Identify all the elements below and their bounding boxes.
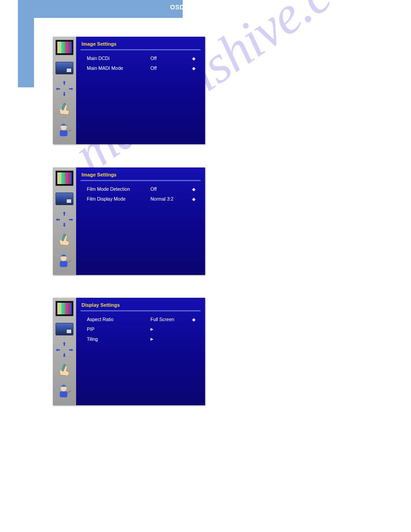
page-header-title: OSD Menu Function bbox=[170, 4, 234, 11]
menu-row-main-madi[interactable]: Main MADI Mode Off ◆ bbox=[81, 64, 201, 72]
svg-rect-11 bbox=[68, 390, 72, 394]
osd-sidebar: ⬆⬇⬅➡ bbox=[53, 37, 76, 144]
color-bars-icon[interactable] bbox=[54, 38, 75, 57]
osd-content: Display Settings Aspect Ratio Full Scree… bbox=[76, 298, 205, 405]
row-label: Film Mode Detection bbox=[87, 186, 150, 192]
svg-rect-10 bbox=[60, 391, 68, 397]
row-label: PIP bbox=[87, 326, 150, 332]
row-label: Tiling bbox=[87, 336, 150, 342]
osd-content: Image Settings Main DCDi Off ◆ Main MADI… bbox=[76, 37, 205, 144]
hand-icon[interactable] bbox=[54, 99, 75, 119]
row-label: Film Display Mode bbox=[87, 196, 150, 202]
row-value: Off bbox=[150, 65, 191, 71]
engineer-icon[interactable] bbox=[54, 381, 75, 401]
svg-rect-3 bbox=[68, 129, 72, 133]
updown-icon: ◆ bbox=[191, 187, 197, 192]
updown-icon: ◆ bbox=[191, 197, 197, 202]
osd-panel-display-settings: ⬆⬇⬅➡ Display Settings Aspect Ratio Full … bbox=[53, 298, 205, 405]
engineer-icon[interactable] bbox=[54, 120, 75, 140]
arrows-icon[interactable]: ⬆⬇⬅➡ bbox=[54, 210, 75, 229]
row-label: Main DCDi bbox=[87, 56, 150, 61]
monitor-icon[interactable] bbox=[54, 189, 75, 209]
hand-icon[interactable] bbox=[54, 360, 75, 380]
osd-title: Display Settings bbox=[81, 300, 201, 310]
row-label: Main MADI Mode bbox=[87, 65, 150, 71]
svg-rect-6 bbox=[60, 261, 68, 267]
color-bars-icon[interactable] bbox=[54, 299, 75, 318]
divider bbox=[81, 180, 201, 181]
page-header-block bbox=[34, 0, 183, 18]
divider bbox=[81, 310, 201, 312]
hand-icon[interactable] bbox=[54, 230, 75, 250]
menu-row-tiling[interactable]: Tiling ▶ bbox=[81, 335, 201, 343]
submenu-arrow-icon: ▶ bbox=[150, 327, 191, 331]
row-value: Full Screen bbox=[150, 317, 191, 322]
menu-row-main-dcdi[interactable]: Main DCDi Off ◆ bbox=[81, 54, 201, 62]
updown-icon: ◆ bbox=[191, 66, 197, 71]
row-value: Off bbox=[150, 56, 191, 61]
menu-row-pip[interactable]: PIP ▶ bbox=[81, 325, 201, 333]
osd-content: Image Settings Film Mode Detection Off ◆… bbox=[76, 167, 205, 275]
color-bars-icon[interactable] bbox=[54, 168, 75, 188]
updown-icon: ◆ bbox=[191, 317, 197, 322]
row-value: Normal 3:2 bbox=[150, 196, 191, 202]
page-side-tab bbox=[18, 0, 34, 87]
arrows-icon[interactable]: ⬆⬇⬅➡ bbox=[54, 340, 75, 360]
menu-row-film-display-mode[interactable]: Film Display Mode Normal 3:2 ◆ bbox=[81, 195, 201, 203]
osd-title: Image Settings bbox=[81, 170, 201, 180]
svg-rect-7 bbox=[68, 260, 72, 263]
osd-title: Image Settings bbox=[81, 39, 201, 49]
menu-row-aspect-ratio[interactable]: Aspect Ratio Full Screen ◆ bbox=[81, 315, 201, 323]
osd-panel-image-settings-2: ⬆⬇⬅➡ Image Settings Film Mode Detection … bbox=[53, 167, 205, 275]
svg-rect-2 bbox=[60, 130, 68, 136]
row-value: Off bbox=[150, 186, 191, 192]
osd-sidebar: ⬆⬇⬅➡ bbox=[53, 167, 76, 275]
arrows-icon[interactable]: ⬆⬇⬅➡ bbox=[54, 79, 75, 99]
submenu-arrow-icon: ▶ bbox=[150, 337, 191, 341]
row-label: Aspect Ratio bbox=[87, 317, 150, 322]
engineer-icon[interactable] bbox=[54, 251, 75, 270]
monitor-icon[interactable] bbox=[54, 58, 75, 78]
menu-row-film-mode-detection[interactable]: Film Mode Detection Off ◆ bbox=[81, 185, 201, 193]
updown-icon: ◆ bbox=[191, 56, 197, 61]
osd-sidebar: ⬆⬇⬅➡ bbox=[53, 298, 76, 405]
divider bbox=[81, 49, 201, 51]
osd-panel-image-settings-1: ⬆⬇⬅➡ Image Settings Main DCDi Off ◆ Main… bbox=[53, 37, 205, 144]
monitor-icon[interactable] bbox=[54, 319, 75, 339]
